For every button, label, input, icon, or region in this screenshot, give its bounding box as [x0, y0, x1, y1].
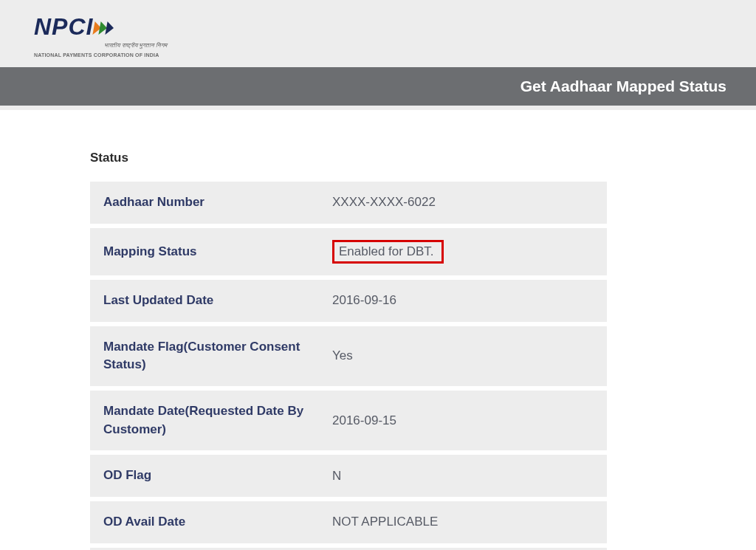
table-row: Mandate Date(Requested Date By Customer)…	[90, 391, 607, 455]
row-value: Yes	[319, 326, 607, 391]
logo-tagline-english: NATIONAL PAYMENTS CORPORATION OF INDIA	[34, 52, 182, 58]
page-title: Get Aadhaar Mapped Status	[520, 78, 726, 94]
row-label: Mapping Status	[90, 228, 319, 280]
table-row: Last Updated Date2016-09-16	[90, 280, 607, 326]
row-value: XXXX-XXXX-6022	[319, 182, 607, 228]
table-row: OD FlagN	[90, 455, 607, 501]
row-value: STATE BANK OF INDIA	[319, 548, 607, 550]
section-title: Status	[90, 151, 712, 165]
row-label: Aadhaar Number	[90, 182, 319, 228]
table-row: Bank NameSTATE BANK OF INDIA	[90, 548, 607, 550]
table-row: Mapping StatusEnabled for DBT.	[90, 228, 607, 280]
row-value: N	[319, 455, 607, 501]
row-label: Mandate Flag(Customer Consent Status)	[90, 326, 319, 391]
content-card: Status Aadhaar NumberXXXX-XXXX-6022Mappi…	[0, 110, 756, 550]
row-value: NOT APPLICABLE	[319, 501, 607, 548]
table-row: OD Avail DateNOT APPLICABLE	[90, 501, 607, 548]
row-label: Mandate Date(Requested Date By Customer)	[90, 391, 319, 455]
row-label: Bank Name	[90, 548, 319, 550]
status-table: Aadhaar NumberXXXX-XXXX-6022Mapping Stat…	[90, 182, 607, 550]
page-root: NPCI भारतीय राष्ट्रीय भुगतान निगम NATION…	[0, 0, 756, 550]
row-value: 2016-09-16	[319, 280, 607, 326]
row-label: OD Avail Date	[90, 501, 319, 548]
row-value: Enabled for DBT.	[319, 228, 607, 280]
logo-text: NPCI	[34, 13, 93, 41]
row-label: OD Flag	[90, 455, 319, 501]
row-value: 2016-09-15	[319, 391, 607, 455]
page-header-bar: Get Aadhaar Mapped Status	[0, 67, 756, 106]
logo-chevrons-icon	[94, 21, 109, 38]
row-label: Last Updated Date	[90, 280, 319, 326]
highlighted-value: Enabled for DBT.	[332, 240, 444, 264]
logo-tagline-hindi: भारतीय राष्ट्रीय भुगतान निगम	[34, 42, 182, 49]
table-row: Aadhaar NumberXXXX-XXXX-6022	[90, 182, 607, 228]
logo-area: NPCI भारतीय राष्ट्रीय भुगतान निगम NATION…	[0, 0, 756, 67]
table-row: Mandate Flag(Customer Consent Status)Yes	[90, 326, 607, 391]
